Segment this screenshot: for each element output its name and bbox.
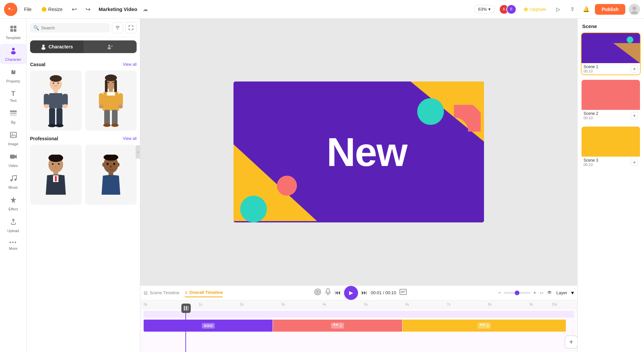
tab-overall-timeline[interactable]: ≡ Overall Timeline [185, 289, 223, 297]
sidebar-item-more[interactable]: ••• More [0, 237, 26, 253]
scene-3-add-button[interactable]: + [631, 159, 638, 166]
publish-button[interactable]: Publish [595, 4, 625, 15]
scene-block-1[interactable]: ⊞⊞⊞ [144, 320, 273, 332]
timeline-tabs: ⊟ Scene Timeline ≡ Overall Timeline [140, 286, 577, 300]
sidebar-item-property[interactable]: Property [0, 65, 26, 86]
sidebar-label-image: Image [8, 142, 18, 146]
main-canvas[interactable]: New [233, 81, 484, 222]
search-icon: 🔍 [33, 25, 39, 30]
casual-view-all[interactable]: View all [123, 62, 137, 67]
subtitle-button[interactable] [314, 288, 321, 297]
sidebar-item-text[interactable]: T Text [0, 87, 26, 105]
music-icon [9, 174, 17, 184]
tab-add-character[interactable] [84, 40, 137, 53]
user-avatar[interactable] [629, 4, 640, 15]
share-button[interactable]: ⇧ [567, 4, 578, 15]
scene-list: Scene 1 00:10 + Scene 2 00:10 + [578, 32, 644, 352]
scene-card-3[interactable]: Scene 3 00:10 + [581, 126, 641, 169]
scene-block-3[interactable]: 3 [402, 320, 566, 332]
zoom-in-icon[interactable]: + [533, 290, 536, 296]
undo-button[interactable]: ↩ [69, 4, 79, 14]
zoom-control[interactable]: 63% ▾ [474, 5, 495, 13]
microphone-button[interactable] [325, 288, 331, 297]
play-preview-button[interactable]: ▷ [553, 4, 564, 15]
svg-rect-53 [99, 93, 104, 106]
playhead[interactable] [185, 308, 186, 352]
playhead-handle[interactable] [181, 304, 191, 313]
redo-button[interactable]: ↪ [83, 4, 93, 14]
svg-point-34 [57, 82, 59, 84]
tab-characters-label: Characters [48, 44, 73, 49]
character-professional-male-1[interactable] [30, 145, 82, 205]
project-title: Marketing Video [99, 6, 137, 12]
svg-rect-13 [10, 115, 17, 116]
fit-icon[interactable]: ↔ [539, 290, 544, 296]
scene-blocks-row: ⊞⊞⊞ 2 [144, 320, 574, 332]
sidebar-item-character[interactable]: Character [0, 44, 26, 64]
overall-timeline-icon: ≡ [185, 290, 187, 295]
effect-icon [9, 196, 17, 206]
professional-section-header: Professional View all [30, 136, 137, 141]
current-time: 00:01 [371, 290, 382, 295]
upload-icon [9, 218, 17, 228]
scene-card-1[interactable]: Scene 1 00:10 + [581, 32, 641, 75]
scene-2-footer: Scene 2 00:10 + [582, 110, 640, 121]
caption-button[interactable] [399, 289, 407, 297]
sidebar-item-template[interactable]: Template [0, 22, 26, 42]
app-logo[interactable] [4, 3, 17, 16]
sidebar-label-effect: Effect [9, 207, 18, 211]
resize-button[interactable]: Resize [38, 5, 66, 14]
zoom-thumb[interactable] [515, 291, 519, 295]
zoom-value: 63% [478, 7, 487, 12]
svg-rect-80 [327, 289, 329, 293]
professional-view-all[interactable]: View all [123, 136, 137, 141]
search-input[interactable] [41, 25, 107, 30]
scene-1-label: Scene 1 [584, 64, 598, 69]
sidebar-item-bg[interactable]: Bg [0, 107, 26, 127]
video-icon [9, 153, 17, 163]
zoom-slider[interactable] [504, 292, 530, 294]
character-professional-male-2[interactable] [85, 145, 137, 205]
file-menu[interactable]: File [21, 5, 35, 14]
canvas-headline-text: New [327, 132, 407, 172]
timeline-tracks: ⊞⊞⊞ 2 [140, 308, 577, 352]
main-layout: Template Character Property T Text Bg [0, 19, 644, 352]
scene-card-2[interactable]: Scene 2 00:10 + [581, 79, 641, 122]
skip-back-button[interactable]: ⏮ [335, 289, 341, 296]
skip-forward-button[interactable]: ⏭ [361, 289, 367, 296]
play-button[interactable]: ▶ [344, 286, 358, 300]
svg-point-60 [111, 124, 119, 127]
add-scene-button[interactable]: + [565, 335, 577, 349]
svg-rect-52 [107, 92, 115, 96]
svg-point-19 [14, 179, 16, 181]
layer-button[interactable]: Layer ▾ [547, 289, 574, 297]
scene-1-add-button[interactable]: + [631, 65, 638, 72]
svg-rect-88 [333, 324, 335, 326]
sidebar-item-video[interactable]: Video [0, 150, 26, 170]
svg-rect-16 [10, 155, 15, 159]
svg-point-9 [12, 48, 15, 50]
tab-scene-timeline[interactable]: ⊟ Scene Timeline [144, 289, 179, 297]
scene-1-footer: Scene 1 00:10 + [582, 63, 640, 74]
sidebar-item-music[interactable]: Music [0, 172, 26, 192]
filter-button[interactable] [112, 22, 123, 33]
sidebar-item-image[interactable]: Image [0, 128, 26, 149]
character-casual-male[interactable] [30, 70, 82, 131]
character-casual-female[interactable] [85, 70, 137, 131]
svg-point-4 [631, 11, 638, 14]
search-bar[interactable]: 🔍 [30, 23, 110, 32]
notifications-button[interactable]: 🔔 [581, 4, 592, 15]
cloud-save-icon[interactable]: ☁ [143, 6, 148, 12]
zoom-out-icon[interactable]: − [498, 290, 501, 296]
svg-rect-82 [400, 289, 407, 295]
sidebar-item-effect[interactable]: Effect [0, 193, 26, 214]
upgrade-button[interactable]: ⭐ Upgrade [520, 5, 550, 13]
expand-button[interactable] [125, 22, 137, 33]
property-icon [9, 68, 17, 78]
scene-block-2[interactable]: 2 [273, 320, 402, 332]
sidebar-item-upload[interactable]: Upload [0, 215, 26, 235]
panel-collapse-button[interactable]: ‹ [136, 145, 140, 159]
scene-2-add-button[interactable]: + [631, 112, 638, 119]
collaborators: A B [502, 4, 516, 14]
tab-characters[interactable]: Characters [30, 40, 84, 53]
